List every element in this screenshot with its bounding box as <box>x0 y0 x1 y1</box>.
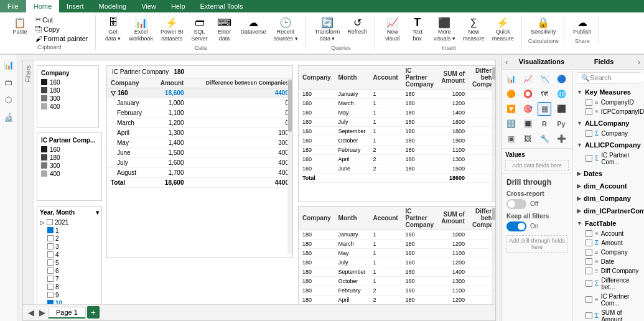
viz-filled-map-icon[interactable]: 🌐 <box>554 87 568 101</box>
viz-area-icon[interactable]: 📉 <box>538 72 551 86</box>
refresh-button[interactable]: ↺ Refresh <box>345 15 370 37</box>
tab-view[interactable]: View <box>134 0 164 12</box>
page-nav-right[interactable]: ▶ <box>37 307 48 319</box>
quick-measure-button[interactable]: ⚡ Quickmeasure <box>490 15 516 44</box>
month-1-checkbox[interactable] <box>47 227 54 233</box>
row-may[interactable]: May 1,400 300 <box>107 137 292 147</box>
field-sum-amount[interactable]: Σ SUM of Amount <box>573 308 644 321</box>
viz-custom2-icon[interactable]: ➕ <box>554 132 568 146</box>
dim-account-header[interactable]: ▶ dim_Account <box>573 180 644 192</box>
account-checkbox[interactable] <box>586 230 592 237</box>
month-5-checkbox[interactable] <box>47 259 54 266</box>
month-2-checkbox[interactable] <box>47 235 54 241</box>
dt180-row-6[interactable]: 180October11601300-600 <box>299 276 495 286</box>
dim-icp-company-header[interactable]: ▶ dim_ICPartnerCompany <box>573 205 644 216</box>
dt180-row-2[interactable]: 180March116012000 <box>299 239 495 248</box>
fields-search-box[interactable]: 🔍 <box>577 72 640 84</box>
keep-filters-toggle[interactable] <box>506 221 526 231</box>
slicer-month-5[interactable]: 5 <box>40 259 99 267</box>
table1-scrollbar-thumb[interactable] <box>288 80 292 133</box>
field-company-fact[interactable]: ≡ Company <box>573 248 644 257</box>
viz-scatter-icon[interactable]: 🔵 <box>554 72 568 86</box>
dt180-scrollbar[interactable] <box>492 207 495 304</box>
row-jan[interactable]: January 1,000 0 <box>107 98 292 108</box>
slicer-month-8[interactable]: 8 <box>40 283 99 291</box>
sum-amount-checkbox[interactable] <box>586 312 592 319</box>
icpcompanyid-checkbox[interactable] <box>586 108 592 115</box>
dates-header[interactable]: ▶ Dates <box>573 168 644 179</box>
dt180-row-1[interactable]: 180January116010000 <box>299 230 495 239</box>
viz-r-icon[interactable]: R <box>538 117 551 131</box>
slicer-year-2021[interactable]: ▷ 2021 <box>40 218 99 226</box>
companyid-checkbox[interactable] <box>586 99 592 106</box>
row-feb[interactable]: February 1,100 0 <box>107 108 292 118</box>
dt180-row-3[interactable]: 180May11601100-300 <box>299 248 495 258</box>
diff-bet-checkbox[interactable] <box>586 280 592 287</box>
slicer-dropdown-icon[interactable]: ▾ <box>96 209 99 216</box>
viz-donut-icon[interactable]: ⭕ <box>521 87 534 101</box>
dt160-row-2[interactable]: 160March118012000 <box>299 98 495 108</box>
panel-nav-left[interactable]: ‹ <box>505 57 508 67</box>
dt160-row-7[interactable]: 160February218011000 <box>299 145 495 154</box>
dt160-scrollbar-thumb[interactable] <box>492 67 495 80</box>
month-9-checkbox[interactable] <box>47 292 54 298</box>
dt160-scrollbar[interactable] <box>492 66 495 202</box>
key-measures-header[interactable]: ▼ Key Measures <box>573 86 644 98</box>
drill-through-placeholder[interactable]: Add drill-through fields here <box>506 235 567 253</box>
tab-external-tools[interactable]: External Tools <box>193 0 251 12</box>
sensitivity-button[interactable]: 🔒 Sensitivity <box>528 15 559 37</box>
dt160-row-5[interactable]: 160September11801800400 <box>299 126 495 136</box>
get-data-button[interactable]: 🗄 Getdata ▾ <box>102 15 124 44</box>
paste-button[interactable]: 📋 Paste <box>9 15 31 37</box>
sql-server-button[interactable]: 🗃 SQLServer <box>189 15 211 44</box>
month-10-checkbox[interactable] <box>47 300 54 304</box>
field-ic-partner-allicp[interactable]: Σ IC Partner Com... <box>573 151 644 167</box>
sidebar-icon-report[interactable]: 📊 <box>2 58 16 72</box>
new-visual-button[interactable]: 📈 Newvisual <box>381 15 404 44</box>
group-row-160[interactable]: ▽ 160 18,600 4400 <box>107 88 292 98</box>
ic-partner-fact-checkbox[interactable] <box>586 296 592 303</box>
fields-search-input[interactable] <box>590 74 644 81</box>
viz-gauge-icon[interactable]: 🎯 <box>521 102 534 116</box>
company-fact-checkbox[interactable] <box>586 249 592 256</box>
dt160-row-8[interactable]: 160April21801300100 <box>299 154 495 164</box>
dt160-row-1[interactable]: 160January118010000 <box>299 89 495 98</box>
field-companyid[interactable]: ≡ CompanyID <box>573 98 644 107</box>
field-difference-bet[interactable]: Σ Difference bet... <box>573 276 644 292</box>
panel-nav-right[interactable]: › <box>638 57 640 67</box>
dt160-row-6[interactable]: 160October11801900600 <box>299 136 495 145</box>
tab-home[interactable]: Home <box>26 0 59 12</box>
slicer-month-3[interactable]: 3 <box>40 243 99 251</box>
allcompany-company-checkbox[interactable] <box>586 130 592 137</box>
viz-funnel-icon[interactable]: 🔽 <box>504 102 518 116</box>
powerbi-datasets-button[interactable]: ⚡ Power BIdatasets <box>158 15 186 44</box>
field-account[interactable]: ≡ Account <box>573 229 644 238</box>
all-company-header[interactable]: ▼ ALLCompany <box>573 118 644 129</box>
slicer-month-6[interactable]: 6 <box>40 267 99 275</box>
month-7-checkbox[interactable] <box>47 276 54 282</box>
tab-file[interactable]: File <box>0 0 26 12</box>
viz-custom1-icon[interactable]: 🔧 <box>538 132 551 146</box>
year-checkbox[interactable] <box>47 219 53 225</box>
slicer-month-2[interactable]: 2 <box>40 235 99 243</box>
format-painter-button[interactable]: 🖌 Format painter <box>34 34 90 43</box>
viz-pie-icon[interactable]: 🟠 <box>504 87 518 101</box>
sidebar-icon-model[interactable]: ⬡ <box>2 93 16 107</box>
viz-map-icon[interactable]: 🗺 <box>538 87 551 101</box>
row-jun[interactable]: June 1,500 400 <box>107 147 292 157</box>
allicp-checkbox[interactable] <box>586 155 592 162</box>
excel-button[interactable]: 📊 Excelworkbook <box>127 15 156 44</box>
month-3-checkbox[interactable] <box>47 243 54 249</box>
viz-matrix-icon[interactable]: ⬛ <box>554 102 568 116</box>
viz-py-icon[interactable]: Py <box>554 117 568 131</box>
row-jul[interactable]: July 1,600 400 <box>107 157 292 167</box>
field-ic-partner-fact[interactable]: ≡ IC Partner Com... <box>573 292 644 308</box>
all-icp-company-header[interactable]: ▼ ALLICPCompany <box>573 139 644 151</box>
sidebar-icon-dax[interactable]: 🔬 <box>2 111 16 124</box>
page-tab-1[interactable]: Page 1 <box>48 307 86 319</box>
dt180-row-5[interactable]: 180September11601400-400 <box>299 267 495 276</box>
dt160-row-3[interactable]: 160May11801400300 <box>299 108 495 117</box>
field-diff-company[interactable]: ≡ Diff Company <box>573 266 644 276</box>
sidebar-icon-data[interactable]: 🗃 <box>2 76 16 90</box>
viz-image-icon[interactable]: 🖼 <box>521 132 534 146</box>
